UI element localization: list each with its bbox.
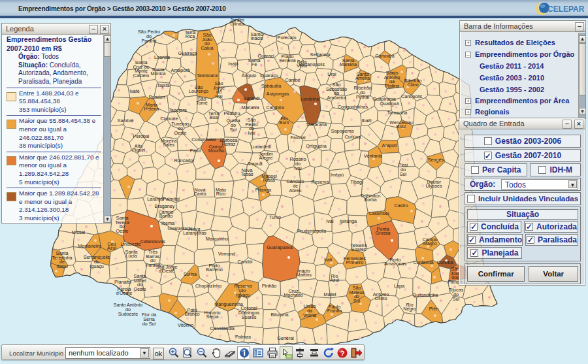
svg-text:Sudoeste: Sudoeste xyxy=(118,311,138,317)
svg-text:Rico: Rico xyxy=(216,191,225,197)
svg-text:Azul: Azul xyxy=(107,245,116,251)
svg-text:Irati: Irati xyxy=(324,257,332,263)
svg-text:Ângulo: Ângulo xyxy=(242,73,256,78)
svg-text:Vitória: Vitória xyxy=(303,312,316,318)
svg-text:Tibagi: Tibagi xyxy=(350,179,363,185)
svg-text:Virmond: Virmond xyxy=(218,251,236,257)
svg-text:Rondon: Rondon xyxy=(148,94,165,100)
svg-text:Palmas: Palmas xyxy=(235,334,251,340)
svg-text:Planalto: Planalto xyxy=(114,279,131,285)
svg-text:Braz: Braz xyxy=(397,124,406,129)
svg-text:Sarandi: Sarandi xyxy=(244,95,260,101)
svg-text:Ibema: Ibema xyxy=(161,220,174,226)
svg-text:Mallet: Mallet xyxy=(323,291,336,297)
svg-text:Sul: Sul xyxy=(453,296,460,302)
svg-text:Ivaí: Ivaí xyxy=(326,218,334,224)
svg-text:Roncador: Roncador xyxy=(174,157,195,163)
svg-text:d'Oeste: d'Oeste xyxy=(116,290,133,296)
svg-text:Sengés: Sengés xyxy=(428,157,444,163)
svg-text:Guarapuava: Guarapuava xyxy=(267,244,293,250)
svg-text:Amaporã: Amaporã xyxy=(171,67,189,73)
svg-text:Soares: Soares xyxy=(242,314,257,320)
svg-text:Negro: Negro xyxy=(403,306,416,312)
svg-text:Claro: Claro xyxy=(407,82,418,88)
svg-text:Amazonas: Amazonas xyxy=(384,261,406,267)
svg-text:Lapa: Lapa xyxy=(394,283,404,289)
svg-text:Pinhão: Pinhão xyxy=(262,283,276,289)
svg-text:Oeste: Oeste xyxy=(174,130,186,136)
svg-text:Pinheiro: Pinheiro xyxy=(346,259,363,265)
svg-text:Mangueirinha: Mangueirinha xyxy=(214,301,243,307)
svg-text:Ortigueira: Ortigueira xyxy=(306,143,327,149)
svg-text:Ferreira: Ferreira xyxy=(279,58,295,63)
svg-text:Prudentópolis: Prudentópolis xyxy=(297,228,326,234)
svg-text:Lindoeste: Lindoeste xyxy=(120,241,140,247)
svg-text:Platina: Platina xyxy=(385,83,399,89)
svg-text:Branco: Branco xyxy=(185,311,200,317)
svg-text:d'Oeste: d'Oeste xyxy=(159,268,175,274)
svg-text:Mônica: Mônica xyxy=(150,71,165,76)
svg-text:Cambé: Cambé xyxy=(285,77,300,83)
svg-text:Congonhinhas: Congonhinhas xyxy=(338,104,368,110)
svg-text:Tapira: Tapira xyxy=(157,82,170,88)
svg-text:Helena: Helena xyxy=(144,106,159,112)
svg-text:Castro: Castro xyxy=(394,203,408,208)
svg-text:Vitorino: Vitorino xyxy=(178,322,193,328)
svg-text:Lourenço: Lourenço xyxy=(189,88,208,94)
svg-text:Reserva: Reserva xyxy=(312,179,329,185)
svg-text:Vista: Vista xyxy=(297,63,307,69)
svg-text:General: General xyxy=(277,335,294,341)
svg-text:CELEPAR: CELEPAR xyxy=(547,5,585,14)
svg-text:Cantú: Cantú xyxy=(193,191,206,197)
svg-text:Turvo: Turvo xyxy=(269,214,281,220)
svg-text:Fé: Fé xyxy=(252,61,257,67)
svg-text:Magro: Magro xyxy=(423,240,436,246)
svg-text:Caiuá: Caiuá xyxy=(201,45,214,51)
svg-text:Uraí: Uraí xyxy=(327,71,336,77)
svg-text:Mourão: Mourão xyxy=(208,148,224,154)
svg-text:Londrina: Londrina xyxy=(301,96,319,102)
svg-text:Cambira: Cambira xyxy=(266,105,284,110)
svg-text:Ipiranga: Ipiranga xyxy=(340,218,357,224)
svg-text:Sertaneja: Sertaneja xyxy=(310,52,331,58)
svg-text:Bonito: Bonito xyxy=(159,213,172,219)
svg-text:Olinto: Olinto xyxy=(375,295,387,301)
svg-text:Palmital: Palmital xyxy=(163,196,180,202)
svg-text:Quatiguá: Quatiguá xyxy=(380,101,399,107)
svg-text:Castelo: Castelo xyxy=(133,73,149,78)
svg-text:Tamarana: Tamarana xyxy=(306,122,327,127)
svg-text:Iguaraçu: Iguaraçu xyxy=(260,73,278,78)
svg-text:Tebas: Tebas xyxy=(240,171,253,177)
svg-text:Ivaté: Ivaté xyxy=(129,88,140,94)
svg-text:Boa: Boa xyxy=(210,114,218,120)
svg-text:Candói: Candói xyxy=(238,259,253,265)
svg-text:Tomazina: Tomazina xyxy=(387,110,408,116)
svg-text:Soares: Soares xyxy=(351,246,367,252)
svg-text:Ribas: Ribas xyxy=(263,177,276,183)
svg-text:Ibaiti: Ibaiti xyxy=(361,118,372,124)
svg-text:Peabiru: Peabiru xyxy=(224,110,240,116)
svg-text:Ferraz: Ferraz xyxy=(222,141,236,147)
svg-text:Abreu: Abreu xyxy=(289,188,301,193)
svg-text:Sulina: Sulina xyxy=(184,271,197,277)
svg-text:Tomé: Tomé xyxy=(196,100,208,106)
svg-text:Farol: Farol xyxy=(190,148,201,154)
svg-text:Sol: Sol xyxy=(230,127,237,133)
svg-text:Catanduvas: Catanduvas xyxy=(140,239,166,244)
svg-text:Arapongas: Arapongas xyxy=(267,91,289,97)
svg-text:Amoreira: Amoreira xyxy=(327,95,346,101)
svg-text:Marquinho: Marquinho xyxy=(206,236,228,242)
svg-text:Serpa: Serpa xyxy=(206,314,218,320)
svg-text:Itaipu: Itaipu xyxy=(56,263,68,269)
svg-text:Loanda: Loanda xyxy=(154,54,170,60)
svg-text:Bituruna: Bituruna xyxy=(271,312,289,318)
svg-text:Contenda: Contenda xyxy=(413,259,433,265)
svg-text:Chopinzinho: Chopinzinho xyxy=(195,283,221,289)
svg-text:Marialva: Marialva xyxy=(241,105,259,110)
svg-text:Sul: Sul xyxy=(353,298,361,304)
svg-text:Lúcia: Lúcia xyxy=(125,253,137,259)
svg-text:Medianeira: Medianeira xyxy=(78,243,101,249)
svg-text:Iguaçu: Iguaçu xyxy=(90,263,104,269)
svg-text:Inajá: Inajá xyxy=(228,61,238,67)
svg-text:Oeste: Oeste xyxy=(133,286,146,292)
